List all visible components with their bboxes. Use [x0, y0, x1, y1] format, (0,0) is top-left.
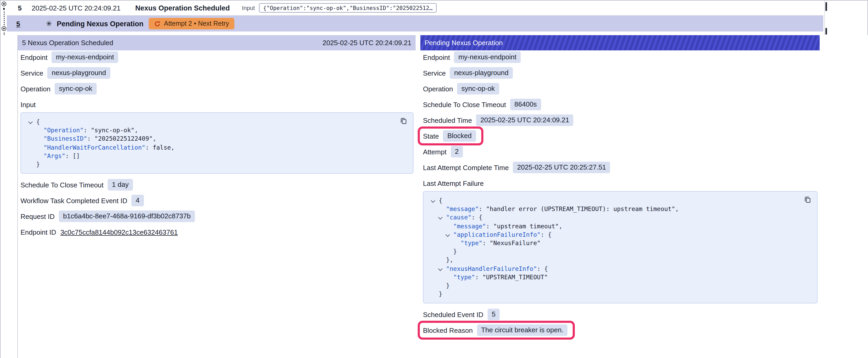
code-line: "applicationFailureInfo": {	[430, 230, 811, 239]
json-punctuation: :	[486, 222, 493, 230]
event-input-preview: {"Operation":"sync-op-ok","BusinessID":"…	[259, 3, 437, 12]
json-punctuation: }	[453, 248, 457, 255]
code-line: "type": "NexusFailure"	[430, 239, 811, 247]
json-key: "HandlerWaitForCancellation"	[43, 143, 146, 151]
field-value-operation: sync-op-ok	[457, 83, 499, 95]
event-detail-panels: 5 Nexus Operation Scheduled 2025-02-25 U…	[1, 35, 868, 358]
field-value-endpoint-id[interactable]: 3c0c75ccfa8144b092c13ce632463761	[60, 228, 178, 236]
field-label-request-id: Request ID	[21, 212, 55, 220]
json-literal: false	[153, 143, 171, 151]
json-string: "upstream timeout"	[493, 222, 559, 230]
code-line: }	[430, 247, 811, 256]
input-json-viewer: {"Operation": "sync-op-ok","BusinessID":…	[21, 112, 413, 174]
input-section-label: Input	[21, 99, 413, 110]
code-line: "Operation": "sync-op-ok",	[27, 126, 407, 134]
field-row-request-id: Request IDb1c6a4bc-8ee7-468a-9169-df3b02…	[21, 210, 413, 222]
code-line: {	[430, 196, 811, 205]
failure-json-viewer: {"message": "handler error (UPSTREAM_TIM…	[423, 191, 817, 304]
field-label-endpoint: Endpoint	[423, 53, 450, 61]
collapse-chevron-icon[interactable]	[438, 216, 442, 220]
field-label-service: Service	[423, 69, 446, 77]
pending-operation-panel-body: Endpointmy-nexus-endpointServicenexus-pl…	[420, 51, 820, 336]
field-label-workflow-task-completed-event-id: Workflow Task Completed Event ID	[21, 197, 127, 204]
field-value-blocked-reason: The circuit breaker is open.	[477, 325, 568, 336]
json-string: "20250225122409"	[95, 135, 153, 142]
json-punctuation: :	[482, 239, 490, 247]
json-punctuation: {	[439, 197, 442, 204]
field-row-operation: Operationsync-op-ok	[21, 83, 413, 95]
json-punctuation: :	[475, 273, 482, 281]
json-punctuation: }	[439, 290, 442, 298]
field-value-workflow-task-completed-event-id: 4	[132, 195, 144, 206]
event-history-list: 5 2025-02-25 UTC 20:24:09.21 Nexus Opera…	[1, 1, 867, 35]
timeline-node-icon[interactable]	[2, 26, 6, 31]
failure-section-label: Last Attempt Failure	[423, 177, 817, 189]
panel-title: Pending Nexus Operation	[425, 39, 503, 47]
field-value-service: nexus-playground	[48, 67, 110, 79]
annotation-highlight-box: Blocked ReasonThe circuit breaker is ope…	[418, 321, 575, 340]
json-punctuation: }	[36, 161, 40, 168]
timeline-node-icon[interactable]	[2, 2, 6, 6]
json-punctuation: []	[72, 152, 80, 160]
field-value-schedule-to-close-timeout: 1 day	[108, 179, 133, 191]
json-key: "message"	[446, 205, 479, 213]
json-punctuation: :	[87, 135, 95, 142]
field-value-schedule-to-close-timeout: 86400s	[510, 99, 541, 110]
code-line: {	[27, 118, 407, 126]
json-punctuation: :	[65, 152, 73, 160]
json-punctuation: ,	[153, 135, 156, 142]
timeline-connector	[4, 11, 5, 25]
json-punctuation: : {	[471, 214, 483, 221]
json-key: "BusinessID"	[43, 135, 87, 142]
field-row-state: StateBlocked	[423, 130, 817, 142]
code-line: }	[27, 160, 407, 168]
field-row-schedule-to-close-timeout: Schedule To Close Timeout86400s	[423, 99, 817, 110]
temporal-workflow-history-screen: 5 2025-02-25 UTC 20:24:09.21 Nexus Opera…	[0, 0, 868, 358]
scrollbar-thumb[interactable]	[825, 28, 827, 35]
json-punctuation: :	[145, 143, 153, 151]
field-value-endpoint: my-nexus-endpoint	[454, 52, 521, 63]
collapse-chevron-icon[interactable]	[438, 266, 442, 270]
json-punctuation: :	[84, 127, 91, 134]
json-string: "UPSTREAM_TIMEOUT"	[482, 273, 548, 281]
field-row-attempt: Attempt2	[423, 146, 817, 158]
attempt-retry-label: Attempt 2 • Next Retry	[164, 20, 229, 27]
field-row-endpoint-id: Endpoint ID3c0c75ccfa8144b092c13ce632463…	[21, 226, 413, 238]
json-key: "nexusHandlerFailureInfo"	[446, 265, 537, 272]
field-row-endpoint: Endpointmy-nexus-endpoint	[21, 52, 413, 63]
json-key: "Operation"	[43, 127, 84, 134]
code-line: },	[430, 256, 811, 264]
field-label-schedule-to-close-timeout: Schedule To Close Timeout	[21, 181, 103, 189]
code-line: "HandlerWaitForCancellation": false,	[27, 143, 407, 152]
collapse-chevron-icon[interactable]	[431, 198, 435, 203]
retry-icon	[154, 20, 161, 27]
field-value-operation: sync-op-ok	[55, 83, 96, 95]
json-key: "applicationFailureInfo"	[453, 231, 540, 238]
collapse-chevron-icon[interactable]	[28, 120, 33, 124]
timeline-connector	[4, 33, 5, 35]
field-label-blocked-reason: Blocked Reason	[423, 326, 473, 334]
json-punctuation: {	[36, 118, 40, 126]
field-value-service: nexus-playground	[450, 67, 513, 79]
field-row-schedule-to-close-timeout: Schedule To Close Timeout1 day	[21, 179, 413, 191]
field-label-scheduled-event-id: Scheduled Event ID	[423, 311, 484, 319]
code-line: }	[430, 290, 811, 298]
field-label-scheduled-time: Scheduled Time	[423, 116, 472, 124]
field-row-scheduled-time: Scheduled Time2025-02-25 UTC 20:24:09.21	[423, 115, 817, 126]
json-string: "NexusFailure"	[490, 239, 541, 247]
scrollbar-track	[825, 1, 825, 35]
json-key: "cause"	[446, 214, 471, 221]
field-row-scheduled-event-id: Scheduled Event ID5	[423, 309, 817, 321]
code-line: "message": "upstream timeout",	[430, 222, 811, 230]
code-line: "type": "UPSTREAM_TIMEOUT"	[430, 273, 811, 281]
collapse-chevron-icon[interactable]	[445, 232, 450, 237]
event-row-pending-nexus-operation[interactable]: 5 ✳ Pending Nexus Operation Attempt 2 • …	[7, 16, 823, 32]
event-row-nexus-operation-scheduled[interactable]: 5 2025-02-25 UTC 20:24:09.21 Nexus Opera…	[7, 1, 823, 16]
event-id-link[interactable]: 5	[16, 20, 20, 28]
scheduled-event-panel-header: 5 Nexus Operation Scheduled 2025-02-25 U…	[18, 35, 415, 51]
scrollbar-thumb[interactable]	[825, 2, 827, 11]
field-label-attempt: Attempt	[423, 148, 446, 156]
field-value-request-id: b1c6a4bc-8ee7-468a-9169-df3b02c8737b	[59, 210, 195, 222]
field-label-last-attempt-complete-time: Last Attempt Complete Time	[423, 164, 509, 171]
field-value-state: Blocked	[443, 130, 476, 142]
